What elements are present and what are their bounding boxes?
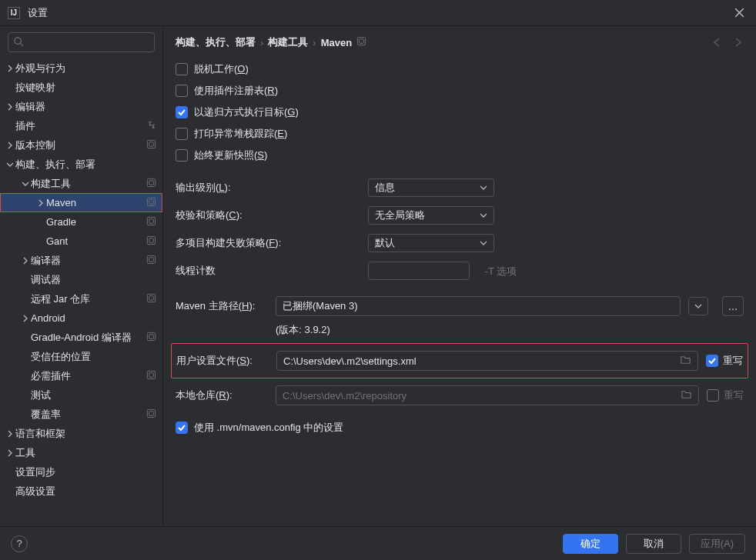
help-button[interactable]: ? (11, 535, 28, 552)
chevron-down-icon (480, 184, 487, 192)
offline-label[interactable]: 脱机工作(O) (194, 62, 249, 76)
breadcrumb-3[interactable]: Maven (321, 37, 352, 48)
sidebar-item-label: 编译器 (31, 254, 143, 268)
breadcrumb-1[interactable]: 构建、执行、部署 (176, 35, 256, 49)
sidebar-item[interactable]: 覆盖率 (0, 405, 162, 424)
svg-rect-4 (149, 180, 154, 185)
folder-icon[interactable] (681, 388, 692, 402)
thread-count-input[interactable] (368, 262, 470, 280)
svg-rect-12 (149, 257, 154, 262)
user-settings-override-checkbox[interactable] (706, 355, 718, 367)
sidebar-item-label: 设置同步 (15, 465, 156, 479)
project-scope-icon (146, 216, 156, 228)
maven-home-dropdown[interactable] (688, 297, 708, 315)
sidebar-item[interactable]: Gradle (0, 212, 162, 232)
svg-rect-6 (149, 199, 154, 204)
sidebar-item[interactable]: 调试器 (0, 270, 162, 289)
sidebar-item[interactable]: 构建、执行、部署 (0, 155, 162, 174)
back-icon[interactable] (711, 36, 724, 48)
ok-button[interactable]: 确定 (563, 534, 618, 554)
recursive-checkbox[interactable] (176, 106, 188, 118)
sidebar-item[interactable]: 编译器 (0, 251, 162, 270)
folder-icon[interactable] (680, 354, 691, 368)
checksum-policy-select[interactable]: 无全局策略 (368, 206, 494, 225)
sidebar-item-label: 远程 Jar 仓库 (31, 292, 143, 306)
svg-rect-11 (147, 255, 155, 263)
sidebar-item[interactable]: 外观与行为 (0, 58, 162, 78)
svg-rect-22 (360, 39, 364, 44)
forward-icon[interactable] (731, 36, 744, 48)
svg-rect-16 (149, 334, 154, 338)
snapshots-checkbox[interactable] (176, 149, 188, 162)
maven-home-browse[interactable]: … (722, 296, 744, 316)
output-level-select[interactable]: 信息 (368, 178, 494, 197)
project-scope-icon (146, 139, 156, 152)
sidebar-item[interactable]: 插件 (0, 116, 162, 135)
sidebar-item[interactable]: 构建工具 (0, 174, 162, 193)
sidebar-item-label: 构建、执行、部署 (15, 158, 156, 172)
sidebar-item[interactable]: 远程 Jar 仓库 (0, 289, 162, 308)
sidebar-item-label: 必需插件 (31, 369, 143, 383)
svg-point-0 (15, 38, 21, 44)
recursive-label[interactable]: 以递归方式执行目标(G) (194, 105, 299, 119)
apply-button[interactable]: 应用(A) (689, 534, 745, 554)
cancel-button[interactable]: 取消 (626, 534, 681, 554)
plugin-registry-label[interactable]: 使用插件注册表(R) (194, 84, 278, 98)
sidebar-item-label: Android (31, 312, 156, 324)
maven-home-field[interactable]: 已捆绑(Maven 3) (276, 296, 681, 316)
sidebar-item-label: 按键映射 (15, 81, 156, 95)
plugin-registry-checkbox[interactable] (176, 85, 188, 97)
sidebar-item[interactable]: Maven (0, 193, 162, 212)
sidebar-item-label: Maven (46, 197, 143, 208)
project-scope-icon (146, 370, 156, 382)
sidebar-item[interactable]: 高级设置 (0, 482, 162, 501)
stacktrace-label[interactable]: 打印异常堆栈跟踪(E) (194, 127, 287, 141)
sidebar-item-label: 构建工具 (31, 177, 143, 191)
svg-rect-8 (149, 218, 154, 223)
sidebar-item-label: 编辑器 (15, 100, 156, 114)
sidebar-item[interactable]: 版本控制 (0, 135, 162, 155)
language-icon (146, 120, 156, 132)
local-repo-override-checkbox[interactable] (707, 389, 719, 402)
local-repo-override-label[interactable]: 重写 (724, 388, 744, 402)
project-scope-icon (356, 36, 366, 48)
sidebar-item[interactable]: 按键映射 (0, 78, 162, 97)
failure-policy-select[interactable]: 默认 (368, 234, 494, 252)
user-settings-highlight: 用户设置文件(S): C:\Users\dev\.m2\settings.xml… (171, 343, 748, 378)
sidebar-item[interactable]: 工具 (0, 443, 162, 462)
sidebar-item[interactable]: 语言和框架 (0, 424, 162, 443)
chevron-down-icon (20, 178, 31, 189)
project-scope-icon (146, 408, 156, 421)
sidebar-item[interactable]: 受信任的位置 (0, 347, 162, 366)
sidebar-item[interactable]: 设置同步 (0, 462, 162, 482)
svg-rect-17 (147, 371, 155, 378)
stacktrace-checkbox[interactable] (176, 128, 188, 140)
close-button[interactable] (730, 4, 748, 22)
sidebar-item[interactable]: 测试 (0, 385, 162, 405)
sidebar-item[interactable]: Gradle-Android 编译器 (0, 328, 162, 347)
search-input[interactable] (8, 32, 155, 52)
sidebar-item[interactable]: Android (0, 308, 162, 328)
snapshots-label[interactable]: 始终更新快照(S) (194, 148, 267, 162)
sidebar-item[interactable]: 必需插件 (0, 366, 162, 385)
sidebar-item[interactable]: Gant (0, 232, 162, 251)
user-settings-override-label[interactable]: 重写 (723, 354, 743, 368)
local-repo-field[interactable]: C:\Users\dev\.m2\repository (276, 385, 699, 405)
sidebar-item-label: 工具 (15, 446, 156, 460)
chevron-right-icon (5, 428, 15, 439)
use-mvn-config-checkbox[interactable] (176, 422, 188, 434)
svg-rect-14 (149, 295, 154, 300)
svg-rect-18 (149, 372, 154, 377)
sidebar-item[interactable]: 编辑器 (0, 97, 162, 116)
breadcrumb-2[interactable]: 构建工具 (268, 35, 308, 49)
project-scope-icon (146, 178, 156, 190)
user-settings-field[interactable]: C:\Users\dev\.m2\settings.xml (276, 351, 698, 371)
chevron-right-icon (20, 255, 31, 266)
maven-home-label: Maven 主路径(H): (176, 299, 268, 313)
search-icon (13, 36, 25, 48)
svg-rect-20 (149, 411, 154, 415)
use-mvn-config-label[interactable]: 使用 .mvn/maven.config 中的设置 (194, 421, 343, 435)
offline-checkbox[interactable] (176, 63, 188, 75)
chevron-down-icon (480, 239, 487, 247)
svg-rect-3 (147, 178, 155, 186)
